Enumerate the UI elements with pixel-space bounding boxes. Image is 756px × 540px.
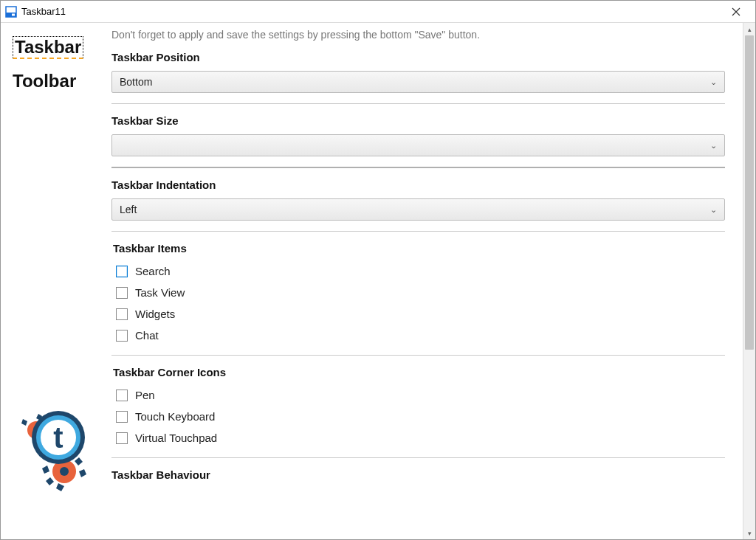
checkbox-box — [116, 390, 128, 401]
label-items: Taskbar Items — [113, 242, 725, 255]
divider — [111, 231, 725, 232]
checkbox-box — [116, 308, 128, 320]
label-size: Taskbar Size — [111, 114, 725, 127]
svg-point-8 — [36, 415, 80, 460]
scrollbar[interactable]: ▴ ▾ — [743, 23, 755, 539]
scroll-up-button[interactable]: ▴ — [743, 23, 755, 35]
checkbox-pen[interactable]: Pen — [113, 384, 725, 406]
dropdown-indentation-value: Left — [120, 204, 137, 215]
label-behaviour: Taskbar Behaviour — [111, 468, 725, 481]
checkbox-box — [116, 287, 128, 299]
checkbox-box — [116, 266, 128, 277]
divider — [111, 355, 725, 356]
svg-point-5 — [52, 460, 76, 483]
divider — [111, 167, 725, 168]
app-logo-icon: t — [5, 401, 101, 496]
checkbox-search[interactable]: Search — [113, 260, 725, 282]
label-position: Taskbar Position — [111, 51, 725, 63]
checkbox-box — [116, 411, 128, 423]
checkbox-touch-keyboard[interactable]: Touch Keyboard — [113, 406, 725, 427]
chevron-down-icon: ⌄ — [710, 205, 717, 215]
divider — [111, 103, 725, 104]
svg-rect-2 — [12, 13, 15, 15]
app-icon — [5, 6, 17, 18]
svg-point-6 — [60, 467, 69, 476]
checkbox-virtual-touchpad[interactable]: Virtual Touchpad — [113, 427, 725, 449]
content-panel: Don't forget to apply and save the setti… — [111, 23, 743, 539]
checkbox-box — [116, 432, 128, 444]
sidebar: Taskbar Toolbar t — [1, 23, 111, 539]
svg-point-7 — [32, 411, 85, 464]
window-title: Taskbar11 — [21, 6, 66, 17]
checkbox-taskview[interactable]: Task View — [113, 282, 725, 303]
svg-point-9 — [41, 420, 76, 455]
titlebar: Taskbar11 — [1, 1, 755, 23]
dropdown-position-value: Bottom — [120, 76, 152, 88]
checkbox-label: Task View — [135, 286, 185, 299]
svg-text:t: t — [53, 421, 63, 454]
divider — [111, 457, 725, 458]
checkbox-label: Search — [135, 265, 171, 277]
dropdown-size[interactable]: ⌄ — [111, 134, 725, 156]
checkbox-label: Pen — [135, 389, 155, 401]
checkbox-label: Chat — [135, 329, 159, 342]
svg-point-3 — [27, 421, 45, 439]
checkbox-widgets[interactable]: Widgets — [113, 303, 725, 325]
checkbox-label: Virtual Touchpad — [135, 432, 217, 444]
sidebar-item-toolbar[interactable]: Toolbar — [13, 71, 76, 91]
chevron-down-icon: ⌄ — [710, 77, 717, 87]
dropdown-indentation[interactable]: Left ⌄ — [111, 198, 725, 221]
chevron-down-icon: ⌄ — [710, 141, 717, 150]
scroll-thumb[interactable] — [745, 35, 754, 350]
body: Taskbar Toolbar t Don't — [1, 23, 755, 539]
close-button[interactable] — [721, 1, 751, 22]
checkbox-chat[interactable]: Chat — [113, 325, 725, 346]
dropdown-position[interactable]: Bottom ⌄ — [111, 71, 725, 93]
label-indentation: Taskbar Indentation — [111, 179, 725, 191]
scroll-track[interactable] — [743, 35, 755, 527]
checkbox-box — [116, 330, 128, 342]
checkbox-label: Touch Keyboard — [135, 410, 215, 423]
scroll-down-button[interactable]: ▾ — [743, 527, 755, 539]
checkbox-label: Widgets — [135, 308, 175, 320]
svg-point-4 — [33, 427, 39, 433]
sidebar-item-taskbar[interactable]: Taskbar — [13, 36, 83, 59]
hint-text: Don't forget to apply and save the setti… — [111, 29, 725, 41]
label-corner: Taskbar Corner Icons — [113, 366, 725, 378]
